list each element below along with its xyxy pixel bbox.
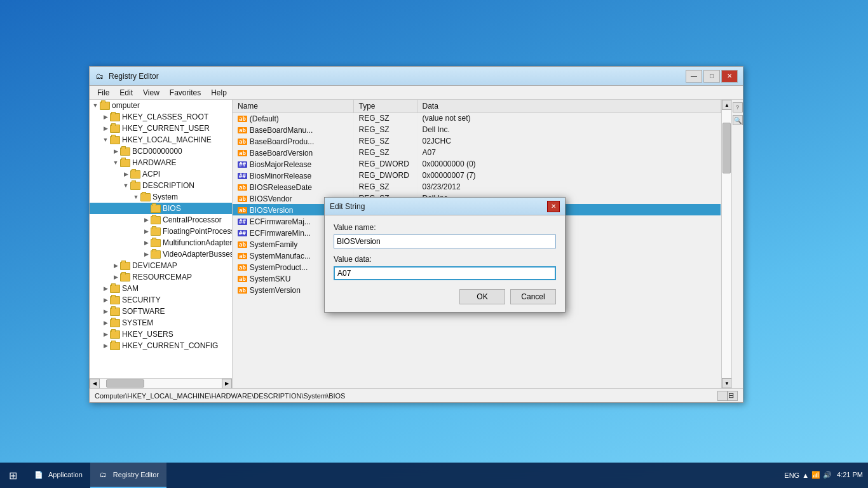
dialog-close-button[interactable]: ✕ xyxy=(547,201,560,212)
cancel-button[interactable]: Cancel xyxy=(510,289,556,304)
dialog-body: Value name: Value data: OK Cancel xyxy=(325,215,565,312)
dialog-buttons: OK Cancel xyxy=(334,289,556,304)
value-name-label: Value name: xyxy=(334,223,556,232)
edit-string-dialog: Edit String ✕ Value name: Value data: OK… xyxy=(324,197,566,313)
dialog-title: Edit String xyxy=(330,202,547,211)
value-name-input[interactable] xyxy=(334,234,556,248)
dialog-titlebar: Edit String ✕ xyxy=(325,198,565,215)
ok-button[interactable]: OK xyxy=(459,289,505,304)
value-data-input[interactable] xyxy=(334,266,556,280)
dialog-overlay: Edit String ✕ Value name: Value data: OK… xyxy=(0,0,868,488)
value-data-label: Value data: xyxy=(334,255,556,264)
